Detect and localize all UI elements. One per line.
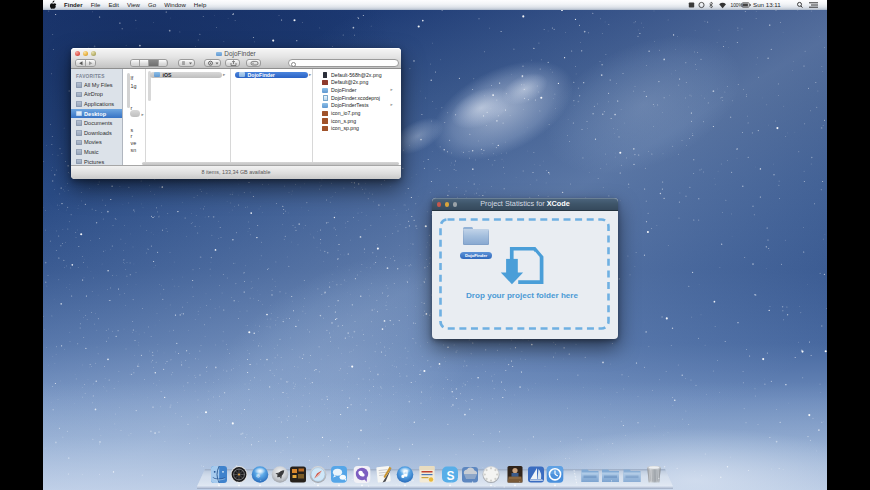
svg-text:S: S bbox=[447, 469, 455, 483]
svg-text:❄: ❄ bbox=[256, 473, 261, 479]
